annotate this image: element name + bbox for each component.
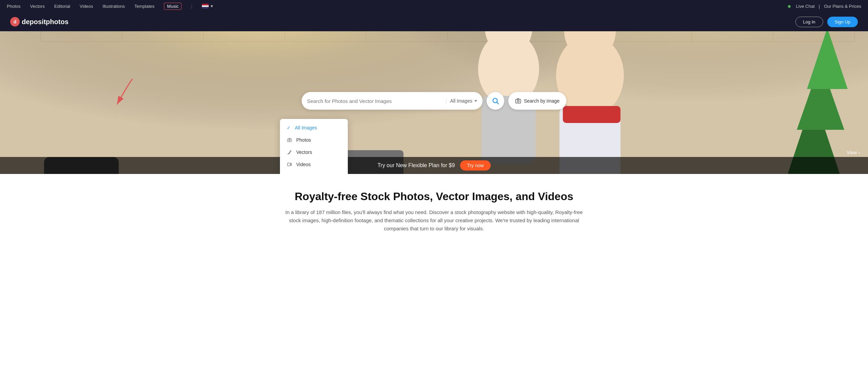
svg-rect-66 [287, 163, 290, 166]
logo-icon: d [10, 17, 20, 27]
try-now-button[interactable]: Try now [460, 160, 490, 171]
language-selector[interactable]: ▼ [202, 4, 214, 8]
top-nav-separator: | [819, 4, 820, 9]
top-nav-links: Photos Vectors Editorial Videos Illustra… [7, 3, 214, 10]
search-button[interactable] [487, 92, 504, 110]
dropdown-item-videos[interactable]: Videos [280, 158, 348, 171]
search-type-dropdown[interactable]: All Images [446, 98, 477, 104]
nav-editorial[interactable]: Editorial [54, 4, 70, 9]
dropdown-item-label: Vectors [296, 149, 312, 155]
video-icon [287, 162, 292, 167]
dropdown-item-photos[interactable]: Photos [280, 134, 348, 146]
nav-templates[interactable]: Templates [134, 4, 154, 9]
svg-point-65 [289, 139, 290, 141]
live-chat-indicator [788, 3, 792, 9]
arrow-annotation [105, 75, 146, 114]
top-nav-right: Live Chat | Our Plans & Prices [788, 3, 861, 9]
svg-line-61 [497, 102, 498, 104]
online-dot [788, 5, 791, 8]
page-title: Royalty-free Stock Photos, Vector Images… [14, 190, 854, 203]
nav-illustrations[interactable]: Illustrations [102, 4, 125, 9]
signup-button[interactable]: Sign Up [827, 17, 858, 27]
chevron-right-icon: › [858, 150, 860, 155]
dropdown-item-label: Photos [296, 137, 311, 143]
logo[interactable]: d depositphotos [10, 17, 69, 27]
dropdown-item-label: All Images [295, 125, 317, 130]
search-by-image-button[interactable]: Search by image [508, 92, 566, 110]
logo-text: depositphotos [22, 18, 69, 26]
search-dropdown-menu: ✓ All Images Photos Vectors Videos [280, 119, 348, 174]
dropdown-selected-label: All Images [450, 98, 472, 104]
nav-vectors[interactable]: Vectors [30, 4, 44, 9]
camera-icon [287, 137, 292, 143]
search-by-image-label: Search by image [524, 98, 560, 104]
nav-photos[interactable]: Photos [7, 4, 20, 9]
chevron-down-icon [474, 100, 477, 102]
svg-point-63 [517, 100, 519, 102]
search-container: All Images Search by image [302, 92, 566, 110]
top-nav: Photos Vectors Editorial Videos Illustra… [0, 0, 868, 12]
login-button[interactable]: Log In [795, 17, 823, 27]
dropdown-item-label: Videos [296, 162, 311, 167]
nav-videos[interactable]: Videos [80, 4, 93, 9]
header-actions: Log In Sign Up [795, 17, 858, 27]
pen-icon [287, 149, 292, 155]
check-icon: ✓ [287, 125, 291, 130]
view-label: View [847, 150, 857, 155]
camera-icon [515, 98, 521, 104]
flag-icon [202, 4, 209, 8]
page-subtitle: In a library of 187 million files, you'l… [281, 208, 587, 233]
view-button[interactable]: View › [847, 150, 860, 155]
svg-rect-52 [563, 106, 621, 123]
dropdown-item-all-images[interactable]: ✓ All Images [280, 122, 348, 134]
banner-text: Try our New Flexible Plan for $9 [377, 162, 455, 169]
search-box: All Images [302, 92, 483, 110]
live-chat-link[interactable]: Live Chat [796, 4, 815, 9]
arrow-svg [105, 75, 146, 113]
hero-section: All Images Search by image ✓ All Images [0, 31, 868, 174]
chevron-down-icon: ▼ [210, 4, 214, 8]
search-icon [492, 97, 499, 105]
promo-banner: Try our New Flexible Plan for $9 Try now [0, 157, 868, 174]
nav-music[interactable]: Music [164, 3, 182, 10]
plans-prices-link[interactable]: Our Plans & Prices [824, 4, 861, 9]
nav-divider: | [191, 4, 192, 9]
dropdown-item-vectors[interactable]: Vectors [280, 146, 348, 158]
content-section: Royalty-free Stock Photos, Vector Images… [0, 174, 868, 246]
search-input[interactable] [307, 98, 446, 104]
main-header: d depositphotos Log In Sign Up [0, 12, 868, 31]
dropdown-item-illustrations[interactable]: Illustrations [280, 171, 348, 174]
